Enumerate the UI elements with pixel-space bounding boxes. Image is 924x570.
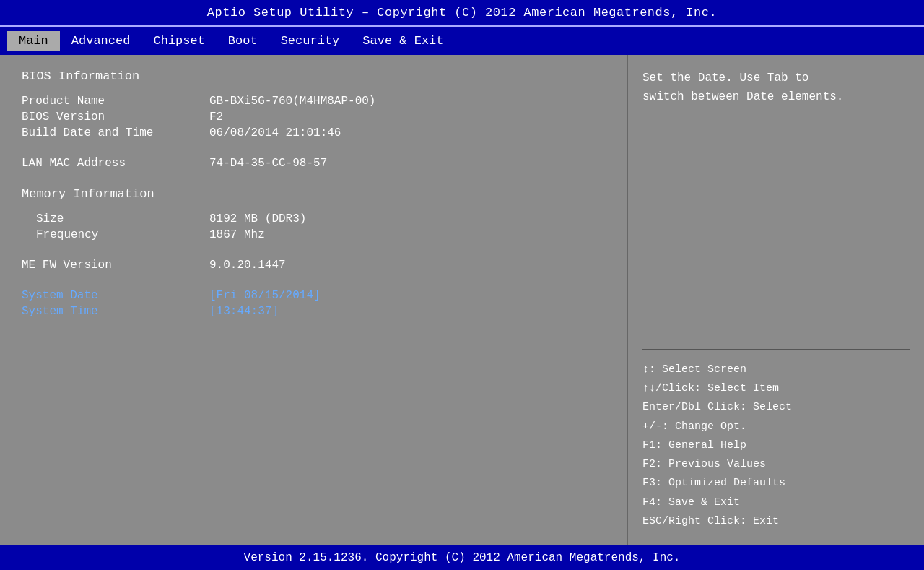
help-line2: switch between Date elements. bbox=[642, 90, 843, 103]
size-label: Size bbox=[22, 212, 209, 225]
memory-info-title: Memory Information bbox=[22, 187, 605, 201]
footer-text: Version 2.15.1236. Copyright (C) 2012 Am… bbox=[244, 551, 681, 564]
divider bbox=[642, 349, 910, 350]
menu-item-boot[interactable]: Boot bbox=[217, 31, 269, 51]
bios-screen: Aptio Setup Utility – Copyright (C) 2012… bbox=[0, 0, 924, 570]
frequency-label: Frequency bbox=[22, 228, 209, 241]
key-help-line-6: F2: Previous Values bbox=[642, 455, 910, 474]
main-area: BIOS Information Product Name GB-BXi5G-7… bbox=[0, 55, 924, 545]
bios-version-label: BIOS Version bbox=[22, 111, 209, 124]
build-date-label: Build Date and Time bbox=[22, 126, 209, 139]
me-fw-value: 9.0.20.1447 bbox=[209, 259, 286, 272]
system-time-value[interactable]: [13:44:37] bbox=[209, 305, 279, 318]
key-help-line-1: ↕: Select Screen bbox=[642, 360, 910, 379]
product-name-row: Product Name GB-BXi5G-760(M4HM8AP-00) bbox=[22, 95, 605, 108]
me-fw-label: ME FW Version bbox=[22, 259, 209, 272]
system-time-label: System Time bbox=[22, 305, 209, 318]
frequency-value: 1867 Mhz bbox=[209, 228, 265, 241]
key-help-line-9: ESC/Right Click: Exit bbox=[642, 512, 910, 531]
menu-item-chipset[interactable]: Chipset bbox=[141, 31, 216, 51]
key-help-line-4: +/-: Change Opt. bbox=[642, 418, 910, 436]
help-line1: Set the Date. Use Tab to bbox=[642, 72, 808, 85]
title-bar: Aptio Setup Utility – Copyright (C) 2012… bbox=[0, 0, 924, 25]
right-panel: Set the Date. Use Tab to switch between … bbox=[628, 55, 924, 545]
help-text: Set the Date. Use Tab to switch between … bbox=[642, 69, 910, 106]
key-help-line-3: Enter/Dbl Click: Select bbox=[642, 398, 910, 417]
key-help-line-5: F1: General Help bbox=[642, 436, 910, 455]
key-help-line-7: F3: Optimized Defaults bbox=[642, 474, 910, 493]
system-date-row[interactable]: System Date [Fri 08/15/2014] bbox=[22, 289, 605, 302]
menu-item-advanced[interactable]: Advanced bbox=[60, 31, 142, 51]
footer: Version 2.15.1236. Copyright (C) 2012 Am… bbox=[0, 545, 924, 570]
bios-info-title: BIOS Information bbox=[22, 69, 605, 83]
menu-item-main[interactable]: Main bbox=[7, 31, 60, 51]
bios-version-row: BIOS Version F2 bbox=[22, 111, 605, 124]
bios-version-value: F2 bbox=[209, 111, 223, 124]
size-row: Size 8192 MB (DDR3) bbox=[22, 212, 605, 225]
system-time-row[interactable]: System Time [13:44:37] bbox=[22, 305, 605, 318]
product-name-value: GB-BXi5G-760(M4HM8AP-00) bbox=[209, 95, 375, 108]
title-text: Aptio Setup Utility – Copyright (C) 2012… bbox=[207, 6, 717, 20]
key-help-line-8: F4: Save & Exit bbox=[642, 493, 910, 512]
lan-mac-value: 74-D4-35-CC-98-57 bbox=[209, 157, 327, 170]
frequency-row: Frequency 1867 Mhz bbox=[22, 228, 605, 241]
system-date-value[interactable]: [Fri 08/15/2014] bbox=[209, 289, 321, 302]
me-fw-row: ME FW Version 9.0.20.1447 bbox=[22, 259, 605, 272]
menu-item-security[interactable]: Security bbox=[269, 31, 352, 51]
lan-mac-row: LAN MAC Address 74-D4-35-CC-98-57 bbox=[22, 157, 605, 170]
size-value: 8192 MB (DDR3) bbox=[209, 212, 306, 225]
left-panel: BIOS Information Product Name GB-BXi5G-7… bbox=[0, 55, 628, 545]
build-date-value: 06/08/2014 21:01:46 bbox=[209, 126, 341, 139]
key-help-line-2: ↑↓/Click: Select Item bbox=[642, 379, 910, 398]
key-help: ↕: Select Screen ↑↓/Click: Select Item E… bbox=[642, 360, 910, 531]
build-date-row: Build Date and Time 06/08/2014 21:01:46 bbox=[22, 126, 605, 139]
lan-mac-label: LAN MAC Address bbox=[22, 157, 209, 170]
menu-bar: Main Advanced Chipset Boot Security Save… bbox=[0, 25, 924, 55]
system-date-label: System Date bbox=[22, 289, 209, 302]
menu-item-save-exit[interactable]: Save & Exit bbox=[351, 31, 455, 51]
product-name-label: Product Name bbox=[22, 95, 209, 108]
